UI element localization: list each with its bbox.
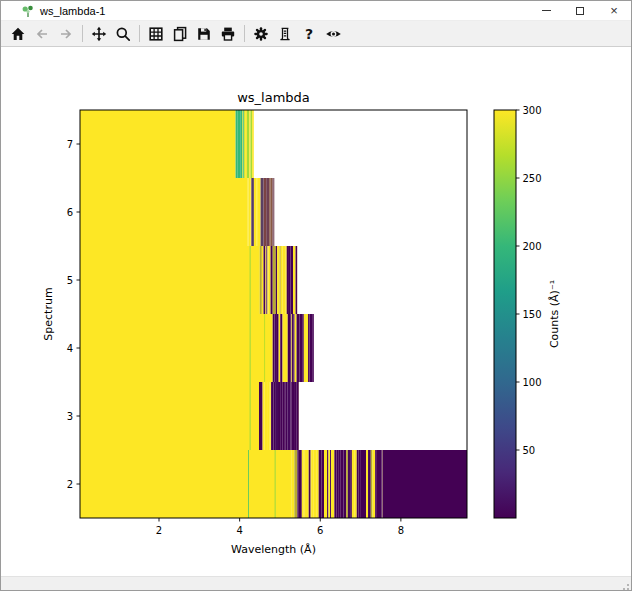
script-scroll-icon	[277, 26, 293, 42]
plot-window: ws_lambda-1 ×	[0, 0, 632, 591]
svg-text:7: 7	[67, 139, 73, 150]
svg-text:4: 4	[236, 525, 242, 536]
help-button[interactable]: ?	[297, 23, 321, 45]
svg-text:50: 50	[523, 445, 536, 456]
pan-button[interactable]	[87, 23, 111, 45]
toggle-visibility-button[interactable]	[321, 23, 345, 45]
help-icon: ?	[305, 26, 313, 42]
svg-text:6: 6	[67, 207, 73, 218]
close-icon: ×	[610, 4, 618, 17]
print-icon	[220, 26, 236, 42]
minimize-icon	[542, 10, 551, 11]
colorbar-axis: 50100150200250300	[516, 105, 542, 456]
svg-text:2: 2	[156, 525, 162, 536]
svg-text:150: 150	[523, 309, 542, 320]
magnifier-icon	[115, 26, 131, 42]
resize-grip[interactable]	[619, 580, 629, 590]
plot-toolbar: ?	[1, 21, 631, 47]
heatmap-plot: 2468234567ws_lambdaWavelength (Å)Spectru…	[1, 47, 632, 576]
window-controls: ×	[529, 1, 631, 20]
svg-text:3: 3	[67, 411, 73, 422]
maximize-icon	[576, 7, 584, 15]
print-button[interactable]	[216, 23, 240, 45]
customize-button[interactable]	[249, 23, 273, 45]
x-axis-label: Wavelength (Å)	[231, 543, 316, 556]
figure-canvas[interactable]: 2468234567ws_lambdaWavelength (Å)Spectru…	[1, 47, 632, 576]
eye-icon	[325, 26, 342, 42]
svg-text:100: 100	[523, 377, 542, 388]
gear-icon	[253, 26, 269, 42]
status-bar	[1, 576, 631, 591]
plot-title: ws_lambda	[237, 90, 310, 105]
grid-icon	[148, 26, 164, 42]
back-button[interactable]	[30, 23, 54, 45]
save-icon	[196, 26, 212, 42]
minimize-button[interactable]	[529, 1, 563, 20]
copy-icon	[172, 26, 188, 42]
copy-button[interactable]	[168, 23, 192, 45]
svg-text:4: 4	[67, 343, 73, 354]
grid-button[interactable]	[144, 23, 168, 45]
svg-text:200: 200	[523, 241, 542, 252]
x-axis: 2468	[156, 518, 404, 536]
colorbar	[494, 110, 516, 518]
colorbar-label: Counts (Å)⁻¹	[548, 280, 561, 348]
save-button[interactable]	[192, 23, 216, 45]
svg-text:8: 8	[398, 525, 404, 536]
app-icon	[21, 4, 35, 18]
titlebar[interactable]: ws_lambda-1 ×	[1, 1, 631, 21]
zoom-button[interactable]	[111, 23, 135, 45]
svg-text:250: 250	[523, 173, 542, 184]
pan-icon	[91, 26, 107, 42]
forward-button[interactable]	[54, 23, 78, 45]
close-button[interactable]: ×	[597, 1, 631, 20]
forward-arrow-icon	[58, 26, 74, 42]
y-axis: 234567	[67, 139, 80, 490]
svg-text:6: 6	[317, 525, 323, 536]
home-button[interactable]	[6, 23, 30, 45]
home-icon	[10, 26, 26, 42]
generate-script-button[interactable]	[273, 23, 297, 45]
toolbar-separator	[139, 25, 140, 42]
window-title: ws_lambda-1	[40, 5, 105, 17]
maximize-button[interactable]	[563, 1, 597, 20]
y-axis-label: Spectrum	[42, 287, 55, 340]
svg-text:2: 2	[67, 479, 73, 490]
back-arrow-icon	[34, 26, 50, 42]
toolbar-separator	[82, 25, 83, 42]
svg-text:5: 5	[67, 275, 73, 286]
toolbar-separator	[244, 25, 245, 42]
svg-text:300: 300	[523, 105, 542, 116]
